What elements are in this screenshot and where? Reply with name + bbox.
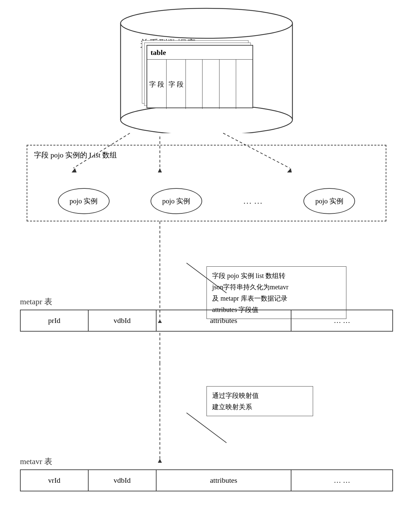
table-col5 <box>219 60 236 109</box>
metavr-col4: … … <box>291 470 392 491</box>
metavr-section: metavr 表 vrId vdbId attributes … … <box>20 456 393 491</box>
metavr-col1: vrId <box>21 470 89 491</box>
diagram-container: 关系型数据库 table 字 段 字 段 <box>0 0 413 532</box>
dashed-box-label: 字段 pojo 实例的 List 数组 <box>34 150 117 160</box>
annotation-bottom-line1: 通过字段映射值 <box>212 390 307 401</box>
metavr-table: vrId vdbId attributes … … <box>20 469 393 491</box>
table-header-label: table <box>151 48 166 57</box>
metavr-label: metavr 表 <box>20 456 393 467</box>
pojo-ellipse-1: pojo 实例 <box>58 188 110 214</box>
svg-line-12 <box>187 413 226 443</box>
pojo-ellipse-dots: … … <box>243 196 263 206</box>
metapr-col4: … … <box>291 310 392 331</box>
svg-point-15 <box>121 105 292 133</box>
pojo-ellipse-3: pojo 实例 <box>303 188 355 214</box>
annotation-bottom: 通过字段映射值 建立映射关系 <box>206 386 313 416</box>
annotation-top-line1: 字段 pojo 实例 list 数组转 <box>212 270 341 281</box>
table-col3 <box>186 60 203 109</box>
table-col6 <box>236 60 252 109</box>
metavr-col2: vdbId <box>89 470 157 491</box>
table-col4 <box>203 60 219 109</box>
metapr-section: metapr 表 prId vdbId attributes … … <box>20 296 393 332</box>
metavr-col3: attributes <box>157 470 292 491</box>
metapr-table: prId vdbId attributes … … <box>20 310 393 332</box>
annotation-bottom-line2: 建立映射关系 <box>212 401 307 412</box>
metapr-col2: vdbId <box>89 310 157 331</box>
metapr-label: metapr 表 <box>20 296 393 307</box>
pojo-ellipse-2: pojo 实例 <box>151 188 202 214</box>
svg-point-16 <box>121 8 292 38</box>
database-section: 关系型数据库 table 字 段 字 段 <box>110 7 303 134</box>
table-col1: 字 段 <box>147 60 167 109</box>
dashed-box-section: 字段 pojo 实例的 List 数组 pojo 实例 pojo 实例 … … … <box>27 145 386 221</box>
metapr-col3: attributes <box>157 310 292 331</box>
metapr-col1: prId <box>21 310 89 331</box>
annotation-top-line2: json字符串持久化为metavr <box>212 281 341 293</box>
table-col2: 字 段 <box>167 60 186 109</box>
